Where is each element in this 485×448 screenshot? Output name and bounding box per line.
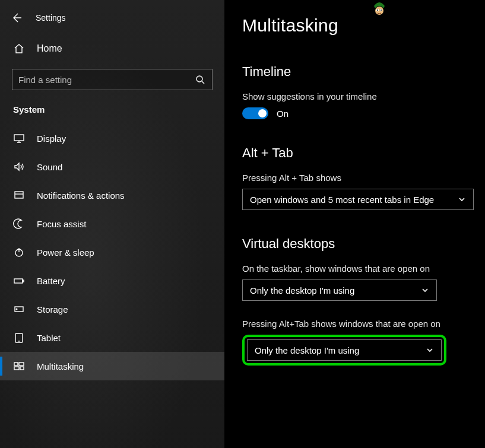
category-heading: System	[0, 104, 224, 124]
nav-item-display[interactable]: Display	[0, 124, 224, 152]
nav-item-sound[interactable]: Sound	[0, 152, 224, 181]
vd-alttab-dropdown[interactable]: Only the desktop I'm using	[247, 339, 442, 361]
svg-rect-9	[14, 363, 18, 366]
nav-label: Notifications & actions	[37, 190, 125, 201]
sound-icon	[13, 161, 25, 173]
tablet-icon	[13, 332, 25, 344]
home-icon	[13, 43, 25, 55]
nav-label: Power & sleep	[37, 247, 94, 258]
alt-tab-dropdown[interactable]: Open windows and 5 most recent tabs in E…	[242, 189, 474, 210]
vd-taskbar-label: On the taskbar, show windows that are op…	[242, 263, 472, 274]
nav-item-tablet[interactable]: Tablet	[0, 323, 224, 352]
nav-label: Battery	[37, 276, 65, 286]
svg-point-0	[196, 76, 202, 82]
chevron-down-icon	[458, 195, 466, 204]
search-icon	[194, 74, 206, 85]
chevron-down-icon	[426, 346, 434, 354]
svg-rect-4	[14, 279, 23, 283]
vd-taskbar-dropdown[interactable]: Only the desktop I'm using	[242, 279, 437, 301]
nav-item-battery[interactable]: Battery	[0, 266, 224, 295]
vd-alttab-value: Only the desktop I'm using	[255, 345, 359, 355]
timeline-option-label: Show suggestions in your timeline	[242, 91, 472, 101]
window-title: Settings	[36, 13, 66, 23]
svg-rect-12	[20, 367, 24, 370]
avatar	[370, 0, 388, 18]
svg-rect-11	[14, 367, 19, 370]
section-timeline: Timeline Show suggestions in your timeli…	[242, 64, 472, 119]
chevron-down-icon	[421, 286, 429, 294]
timeline-toggle-state: On	[277, 109, 289, 119]
nav-label: Storage	[37, 304, 68, 314]
nav-list: Display Sound Notifications & actions Fo…	[0, 124, 224, 380]
nav-label: Sound	[37, 162, 62, 172]
svg-point-7	[16, 309, 17, 310]
home-label: Home	[37, 43, 62, 54]
svg-rect-2	[15, 192, 23, 198]
nav-item-focus[interactable]: Focus assist	[0, 209, 224, 238]
svg-point-16	[377, 9, 378, 11]
search-input[interactable]	[18, 75, 194, 85]
vd-alttab-label: Pressing Alt+Tab shows windows that are …	[242, 319, 472, 329]
notifications-icon	[13, 189, 25, 201]
content-pane: Multitasking Timeline Show suggestions i…	[224, 0, 485, 448]
back-button[interactable]	[11, 12, 23, 24]
section-alt-tab: Alt + Tab Pressing Alt + Tab shows Open …	[242, 145, 472, 210]
svg-rect-10	[19, 363, 24, 366]
battery-icon	[13, 275, 25, 287]
nav-label: Tablet	[37, 333, 61, 343]
home-nav[interactable]: Home	[0, 34, 224, 63]
svg-rect-1	[14, 135, 24, 141]
nav-label: Multitasking	[37, 361, 84, 371]
focus-assist-icon	[13, 218, 25, 230]
highlight-box: Only the desktop I'm using	[242, 335, 446, 366]
search-box[interactable]	[12, 69, 213, 90]
timeline-heading: Timeline	[242, 64, 472, 80]
timeline-toggle[interactable]	[242, 107, 268, 119]
svg-point-17	[381, 9, 382, 11]
nav-item-multitasking[interactable]: Multitasking	[0, 352, 224, 380]
svg-rect-5	[23, 280, 24, 282]
power-icon	[13, 246, 25, 258]
section-virtual-desktops: Virtual desktops On the taskbar, show wi…	[242, 236, 472, 366]
settings-sidebar: Settings Home System Display Sound Notif…	[0, 0, 224, 448]
storage-icon	[13, 303, 25, 315]
virtual-desktops-heading: Virtual desktops	[242, 236, 472, 252]
vd-taskbar-value: Only the desktop I'm using	[250, 285, 354, 296]
nav-item-power[interactable]: Power & sleep	[0, 238, 224, 266]
display-icon	[13, 132, 25, 144]
arrow-left-icon	[11, 12, 23, 24]
multitasking-icon	[13, 360, 25, 372]
alt-tab-heading: Alt + Tab	[242, 145, 472, 161]
alt-tab-option-label: Pressing Alt + Tab shows	[242, 173, 472, 183]
alt-tab-dropdown-value: Open windows and 5 most recent tabs in E…	[250, 195, 434, 205]
nav-label: Focus assist	[37, 219, 86, 229]
nav-item-storage[interactable]: Storage	[0, 295, 224, 323]
nav-label: Display	[37, 134, 66, 144]
titlebar: Settings	[0, 8, 224, 34]
nav-item-notifications[interactable]: Notifications & actions	[0, 181, 224, 209]
page-title: Multitasking	[242, 15, 472, 36]
